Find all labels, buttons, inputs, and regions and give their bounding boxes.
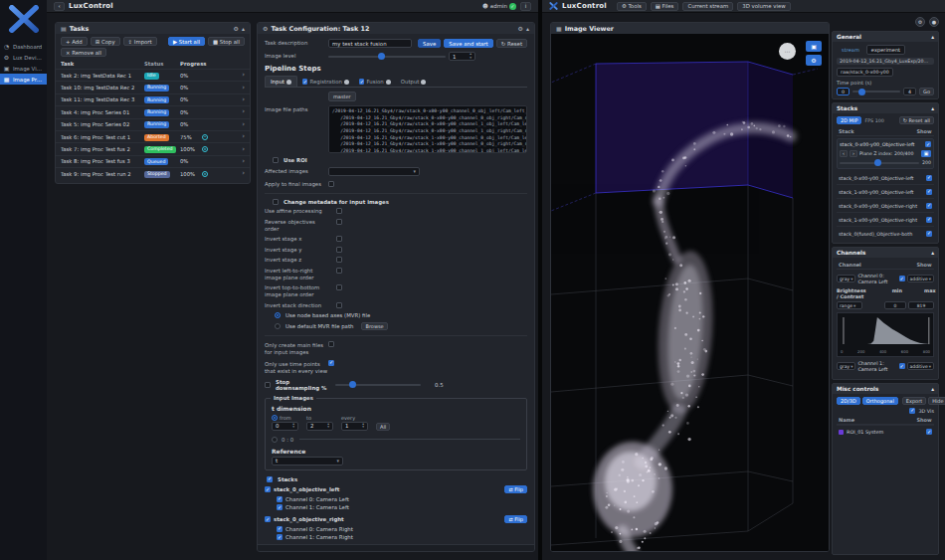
channel-show-checkbox[interactable] (899, 363, 905, 369)
stack-show-checkbox[interactable] (926, 189, 932, 195)
image-level-slider[interactable] (328, 56, 446, 58)
stack-show-checkbox[interactable] (926, 231, 932, 237)
image-level-input[interactable]: 1 ▴▾ (449, 52, 475, 61)
hide-all-button[interactable]: Hide all (928, 397, 945, 405)
downsample-checkbox[interactable] (265, 382, 271, 388)
stack-group-checkbox[interactable] (265, 516, 271, 522)
sidebar-item-dashboard[interactable]: ◔Dashboard (0, 41, 47, 52)
export-button[interactable]: Export (902, 397, 926, 405)
tasks-collapse-button[interactable]: ▴ (242, 25, 245, 32)
start-all-button[interactable]: ▶ Start all (168, 37, 205, 46)
mvr-default-radio[interactable] (275, 323, 281, 329)
collapse-icon[interactable]: ▴ (931, 34, 934, 40)
config-collapse-button[interactable]: ▴ (526, 25, 529, 32)
stacks-header[interactable]: Stacks ▴ (833, 103, 938, 113)
metadata-option-checkbox[interactable] (336, 268, 342, 274)
affected-images-select[interactable]: ▾ (328, 167, 420, 176)
stack-row[interactable]: stack_0(fused)_Objective-both (837, 226, 934, 240)
from-input[interactable]: 0▴▾ (272, 422, 298, 431)
task-row[interactable]: Task 6: img Proc Test cut 1Aborted75%› (56, 130, 250, 142)
task-row[interactable]: Task 10: img TestData Rec 2Running0%› (56, 81, 250, 93)
scene-settings-button[interactable]: ⚙ (806, 55, 822, 66)
change-metadata-checkbox[interactable] (273, 199, 279, 205)
metadata-option-checkbox[interactable] (336, 257, 342, 263)
task-row[interactable]: Task 2: img TestData Rec 1Idle0%› (56, 69, 250, 81)
info-button[interactable]: i (520, 2, 531, 11)
task-row[interactable]: Task 11: img TestData Rec 3Running0%› (56, 93, 250, 105)
stack-show-checkbox[interactable] (926, 217, 932, 223)
browse-button[interactable]: Browse (361, 322, 387, 330)
tab-checkbox[interactable] (302, 79, 308, 85)
plane-next-button[interactable]: › (850, 150, 857, 157)
mvr-node-radio[interactable] (275, 312, 281, 318)
sidebar-item-image-viewer[interactable]: ▣Image Viewer (0, 63, 47, 74)
stop-all-button[interactable]: ■ Stop all (208, 37, 245, 46)
channels-header[interactable]: Channels ▴ (833, 248, 938, 258)
channel-checkbox[interactable] (277, 504, 283, 510)
settings-circle-button[interactable]: ⚙ (915, 17, 925, 27)
add-task-button[interactable]: + Add (61, 37, 88, 46)
task-row[interactable]: Task 7: img Proc Test fus 2Completed100%… (56, 142, 250, 154)
task-chevron-icon[interactable]: › (242, 96, 245, 103)
range-mode-select[interactable]: range▾ (837, 301, 862, 309)
stack-row[interactable]: stack_1-x00-y00_Objective-right (837, 212, 934, 226)
ortho-views-button[interactable]: Orthogonal (862, 397, 898, 405)
3d-vis-checkbox[interactable] (909, 408, 915, 414)
collapse-icon[interactable]: ▴ (931, 386, 934, 392)
task-row[interactable]: Task 5: img Proc Series 02Running0%› (56, 118, 250, 130)
downsample-slider[interactable] (335, 384, 421, 386)
stacks-checkbox[interactable] (267, 476, 273, 482)
stack-group-checkbox[interactable] (265, 486, 271, 492)
experiment-path[interactable]: 2019-04-12_16.21_Gby4_LuxExp/2019-04-12_… (837, 58, 934, 65)
metadata-option-checkbox[interactable] (336, 302, 342, 308)
only-timepoints-checkbox[interactable] (328, 360, 334, 366)
status-circle-button[interactable]: ● (929, 17, 939, 27)
titlebar-button-3[interactable]: 3D volume view (737, 2, 790, 11)
use-roi-checkbox[interactable] (273, 157, 279, 163)
stack-row[interactable]: stack_1-x00-y00_Objective-left (837, 184, 934, 198)
remove-all-button[interactable]: × Remove all (61, 48, 106, 57)
plane-slider[interactable] (840, 162, 919, 164)
only-main-files-checkbox[interactable] (328, 341, 334, 347)
tab-output[interactable]: Output (396, 77, 432, 87)
user-menu[interactable]: ☻ admin ✓ (482, 3, 516, 10)
file-paths-textarea[interactable]: /2019-04-12_16.21_Gby4/raw/stack_0-x00-y… (328, 105, 527, 153)
flip-button[interactable]: ⇄ Flip (504, 515, 527, 523)
plane-lock-button[interactable]: ▣ (921, 150, 931, 157)
copy-task-button[interactable]: ⊞ Copy (91, 37, 120, 46)
tab-stream[interactable]: stream (837, 45, 864, 55)
channel-show-checkbox[interactable] (899, 276, 905, 281)
task-chevron-icon[interactable]: › (242, 85, 245, 92)
task-chevron-icon[interactable]: › (242, 133, 245, 140)
channel-color-select[interactable]: gray▾ (837, 275, 855, 282)
plane-prev-button[interactable]: ‹ (840, 150, 848, 157)
titlebar-button-0[interactable]: ⚙ Tools (617, 2, 647, 11)
stack-row[interactable]: stack_0-x00-y00_Objective-right (837, 198, 934, 212)
slice-mode-button[interactable]: 2D/3D (837, 397, 860, 405)
back-button[interactable]: ‹ (54, 2, 65, 11)
flip-button[interactable]: ⇄ Flip (504, 485, 527, 493)
time-to-input[interactable]: 4 (903, 88, 916, 95)
orientation-sphere-button[interactable]: ⋯ (779, 43, 796, 60)
task-chevron-icon[interactable]: › (242, 108, 245, 115)
min-input[interactable]: 0 (884, 301, 906, 309)
time-from-input[interactable]: 0 (837, 88, 850, 95)
mip-view-button[interactable]: 2D MIP (837, 116, 861, 124)
channel-checkbox[interactable] (277, 496, 283, 502)
task-description-input[interactable]: my test stack fusion (328, 39, 412, 48)
metadata-option-checkbox[interactable] (336, 284, 342, 290)
metadata-option-checkbox[interactable] (336, 208, 342, 214)
task-chevron-icon[interactable]: › (242, 170, 245, 177)
reset-all-button[interactable]: ↻ Reset all (899, 116, 934, 124)
every-input[interactable]: 1▴▾ (341, 422, 368, 431)
task-chevron-icon[interactable]: › (242, 146, 245, 153)
task-chevron-icon[interactable]: › (242, 158, 245, 165)
tab-checkbox[interactable] (359, 79, 365, 85)
titlebar-button-1[interactable]: ▤ Files (651, 2, 679, 11)
task-row[interactable]: Task 8: img Proc Test fus 3Queued0%› (56, 155, 250, 167)
collapse-icon[interactable]: ▴ (931, 105, 934, 111)
to-input[interactable]: 2▴▾ (306, 422, 333, 431)
subset-chip[interactable]: raw/stack_0-x00-y00 (837, 68, 893, 77)
stack-show-checkbox[interactable] (925, 141, 931, 147)
misc-header[interactable]: Misc controls ▴ (833, 384, 938, 394)
